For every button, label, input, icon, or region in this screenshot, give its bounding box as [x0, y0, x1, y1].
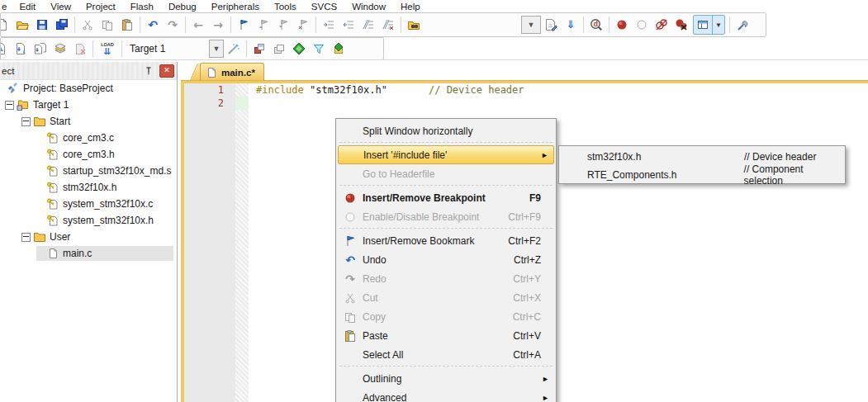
collapse-icon[interactable] [21, 233, 31, 242]
menu-item-insert-include-file[interactable]: Insert '#include file' ► [338, 145, 554, 164]
bookmark-flag-icon [338, 234, 363, 248]
nav-back-icon[interactable]: ← [188, 16, 208, 34]
manage-rte-icon[interactable] [289, 40, 309, 58]
stop-build-icon[interactable] [70, 40, 90, 58]
file-key-icon [46, 148, 59, 161]
build-icon[interactable] [11, 40, 31, 58]
tree-item-main-c[interactable]: main.c [0, 245, 177, 262]
toggle-bookmark-icon[interactable] [234, 16, 254, 34]
comment-icon[interactable] [358, 16, 378, 34]
select-folders-funnel-icon[interactable] [309, 40, 329, 58]
menu-peripherals[interactable]: Peripherals [204, 2, 267, 12]
prev-bookmark-icon[interactable] [254, 16, 273, 34]
target-select-value[interactable]: Target 1 [130, 43, 209, 54]
configure-wrench-icon[interactable] [733, 16, 752, 34]
menu-item-cut[interactable]: Cut Ctrl+X [338, 288, 554, 307]
save-icon[interactable] [32, 16, 52, 34]
collapse-icon[interactable] [5, 101, 14, 110]
menu-item-copy[interactable]: Copy Ctrl+C [338, 307, 554, 326]
configure-find-icon[interactable] [541, 16, 561, 34]
tree-item-start[interactable]: Start [0, 113, 177, 130]
options-for-target-wand-icon[interactable] [224, 40, 244, 58]
kill-all-breakpoints-icon[interactable] [671, 16, 691, 34]
menu-view[interactable]: View [43, 2, 78, 12]
project-panel-titlebar: ect ✕ [0, 62, 177, 80]
menu-flash[interactable]: Flash [123, 2, 161, 12]
nav-forward-icon[interactable]: → [208, 16, 228, 34]
batch-build-icon[interactable] [50, 40, 70, 58]
new-file-icon[interactable] [0, 16, 12, 34]
menu-window[interactable]: Window [344, 2, 393, 12]
cut-icon[interactable] [78, 16, 97, 34]
tree-item-target1[interactable]: Target 1 [0, 97, 177, 113]
tree-item-project[interactable]: Project: BaseProject [0, 80, 177, 97]
open-folder-icon[interactable] [12, 16, 32, 34]
clear-bookmarks-icon[interactable] [293, 16, 313, 34]
menu-svcs[interactable]: SVCS [304, 2, 344, 12]
paste-icon[interactable] [117, 16, 137, 34]
next-bookmark-icon[interactable] [273, 16, 293, 34]
file-key-icon [46, 214, 59, 227]
bookmarks-dropdown[interactable]: ▼ [521, 16, 541, 34]
menu-edit[interactable]: Edit [12, 2, 43, 12]
goto-next-icon[interactable]: ⇓ [561, 16, 581, 34]
menu-item-split-window[interactable]: Split Window horizontally [338, 121, 554, 140]
tree-item-core-cm3-h[interactable]: core_cm3.h [0, 146, 177, 163]
menu-item-insert-remove-bookmark[interactable]: Insert/Remove Bookmark Ctrl+F2 [338, 231, 554, 250]
target-select-dropdown[interactable]: ▼ [209, 40, 224, 58]
file-icon [205, 66, 218, 79]
undo-icon[interactable]: ↶ [143, 16, 163, 34]
tree-item-system-c[interactable]: system_stm32f10x.c [0, 196, 177, 212]
redo-icon[interactable]: ↷ [163, 16, 183, 34]
target-folder-icon [17, 98, 30, 111]
collapse-icon[interactable] [21, 117, 31, 126]
enable-breakpoint-icon[interactable] [632, 16, 652, 34]
find-in-files-icon[interactable] [404, 16, 424, 34]
line-number-gutter: 1 2 [184, 83, 235, 402]
pack-installer-icon[interactable] [329, 40, 349, 58]
tree-item-user[interactable]: User [0, 229, 177, 245]
project-windows-button[interactable]: ▼ [693, 15, 725, 35]
disable-all-breakpoints-icon[interactable] [652, 16, 671, 34]
svg-text:d: d [594, 20, 599, 28]
menu-item-enable-disable-breakpoint[interactable]: Enable/Disable Breakpoint Ctrl+F9 [338, 207, 554, 226]
uncomment-icon[interactable] [378, 16, 398, 34]
menu-project[interactable]: Project [78, 2, 123, 12]
menu-debug[interactable]: Debug [161, 2, 204, 12]
rebuild-icon[interactable] [31, 40, 50, 58]
find-in-target-icon[interactable]: d [586, 16, 606, 34]
toggle-breakpoint-icon[interactable] [612, 16, 632, 34]
menu-item-redo[interactable]: ↷ Redo Ctrl+Y [338, 269, 554, 288]
close-icon[interactable]: ✕ [159, 64, 174, 78]
tree-item-core-cm3-c[interactable]: core_cm3.c [0, 130, 177, 146]
menu-item-outlining[interactable]: Outlining ► [338, 369, 554, 388]
submenu-item-rte-components-h[interactable]: RTE_Components.h // Component selection [559, 166, 845, 184]
menu-item-paste[interactable]: Paste Ctrl+V [338, 326, 554, 345]
code-line-1[interactable]: #include "stm32f10x.h"// Device header [249, 83, 524, 97]
tree-item-stm32f10x-h[interactable]: stm32f10x.h [0, 179, 177, 196]
breakpoint-dot-icon [338, 192, 363, 205]
menu-help[interactable]: Help [393, 2, 428, 12]
menu-file-partial[interactable]: e [0, 2, 12, 12]
indent-icon[interactable] [319, 16, 339, 34]
menu-item-advanced[interactable]: Advanced ► [338, 388, 554, 402]
tree-item-system-h[interactable]: system_stm32f10x.h [0, 212, 177, 229]
submenu-arrow-icon: ► [542, 375, 549, 383]
menu-item-undo[interactable]: ↶ Undo Ctrl+Z [338, 250, 554, 269]
translate-icon[interactable] [0, 40, 11, 58]
menu-item-select-all[interactable]: Select All Ctrl+A [338, 345, 554, 364]
target-options-box-icon[interactable] [249, 40, 269, 58]
tab-main-c[interactable]: main.c* [200, 63, 264, 81]
menu-item-insert-remove-breakpoint[interactable]: Insert/Remove Breakpoint F9 [338, 188, 554, 207]
menu-tools[interactable]: Tools [267, 2, 304, 12]
copy-icon[interactable] [97, 16, 117, 34]
download-load-icon[interactable]: LOAD ⇊ [96, 40, 119, 58]
outdent-icon[interactable] [339, 16, 358, 34]
tree-item-startup[interactable]: startup_stm32f10x_md.s [0, 163, 177, 179]
books-windows-icon[interactable] [269, 40, 289, 58]
pin-icon[interactable] [143, 65, 154, 77]
menu-item-go-to-headerfile[interactable]: Go to Headerfile [338, 164, 554, 183]
project-windows-dropdown[interactable]: ▼ [712, 16, 724, 34]
save-all-icon[interactable] [52, 16, 72, 34]
breakpoint-margin[interactable] [235, 83, 249, 402]
